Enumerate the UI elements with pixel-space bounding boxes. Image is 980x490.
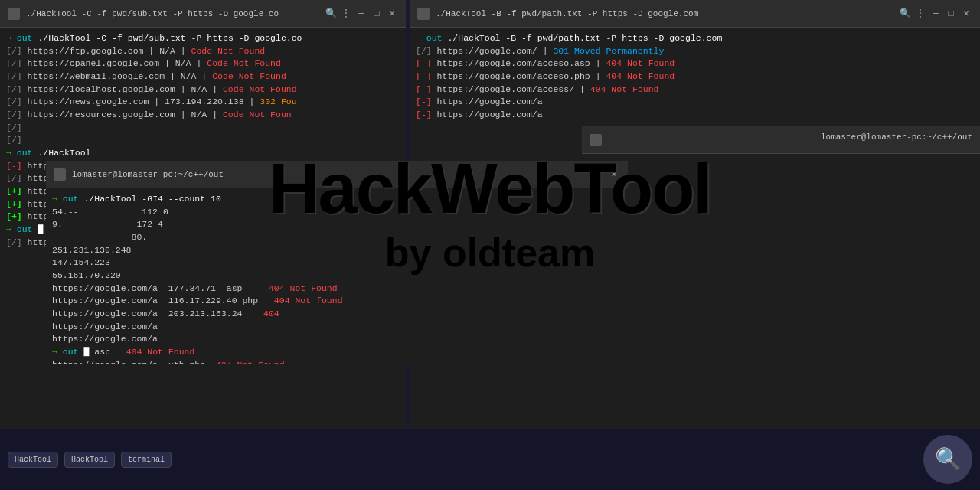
terminal-icon-1 <box>8 8 20 20</box>
line: https://google.com/a 116.17.229.40 php 4… <box>52 295 622 308</box>
menu-icon-2[interactable]: ⋮ <box>914 8 926 20</box>
terminal-window-4[interactable]: lomaster@lomaster-pc:~/c++/out <box>582 126 980 364</box>
terminal-body-3: → out ./HackTool -GI4 --count 10 54.-- 1… <box>46 188 628 364</box>
taskbar-item[interactable]: HackTool <box>8 452 58 468</box>
search-icon[interactable]: 🔍 <box>325 8 337 20</box>
line: [-] https://google.com/acceso.php | 404 … <box>416 70 974 83</box>
titlebar-1: ./HackTool -C -f pwd/sub.txt -P https -D… <box>0 0 406 28</box>
titlebar-controls-3[interactable]: ✕ <box>608 168 620 181</box>
line: [/] https://google.com/ | 301 Moved Perm… <box>416 45 974 58</box>
close-icon-2[interactable]: ✕ <box>960 8 972 20</box>
terminal-window-3[interactable]: lomaster@lomaster-pc:~/c++/out ✕ → out .… <box>46 161 628 364</box>
line: [/] https://localhost.google.com | N/A |… <box>6 83 400 96</box>
line: [/] <box>6 134 400 147</box>
taskbar-item-2[interactable]: HackTool <box>64 452 115 468</box>
search-icon-taskbar: 🔍 <box>935 446 962 472</box>
close-icon-3[interactable]: ✕ <box>608 168 620 181</box>
line: https://google.com/a 177.34.71 asp 404 N… <box>52 283 622 296</box>
minimize-icon-2[interactable]: ─ <box>929 8 942 20</box>
line: → out ./HackTool <box>6 147 400 160</box>
line: [/] https://cpanel.google.com | N/A | Co… <box>6 57 400 70</box>
taskbar-search-button[interactable]: 🔍 <box>923 435 972 484</box>
line: https://google.com/a <box>52 333 622 346</box>
line: 54.-- 112 0 <box>52 206 622 219</box>
line: → out ./HackTool -B -f pwd/path.txt -P h… <box>416 32 974 45</box>
line: → out █ asp 404 Not Found <box>52 346 622 359</box>
terminal-icon-2 <box>417 8 430 20</box>
line: [-] https://google.com/a <box>416 96 974 109</box>
titlebar-3: lomaster@lomaster-pc:~/c++/out ✕ <box>46 161 628 188</box>
titlebar-title-1: ./HackTool -C -f pwd/sub.txt -P https -D… <box>26 9 318 18</box>
titlebar-title-2: ./HackTool -B -f pwd/path.txt -P https -… <box>436 9 893 18</box>
titlebar-2: ./HackTool -B -f pwd/path.txt -P https -… <box>410 0 980 28</box>
line: [/] <box>6 122 400 135</box>
terminal-icon-3 <box>54 168 66 181</box>
line: [-] https://google.com/access/ | 404 Not… <box>416 83 974 96</box>
menu-icon[interactable]: ⋮ <box>340 8 352 20</box>
titlebar-controls-2[interactable]: 🔍 ⋮ ─ □ ✕ <box>899 8 972 20</box>
terminal-body-4 <box>582 154 980 364</box>
close-icon[interactable]: ✕ <box>386 8 398 20</box>
line: [/] https://resources.google.com | N/A |… <box>6 109 400 122</box>
line: 9. 172 4 <box>52 218 622 231</box>
line: https://google.com/a <box>52 321 622 334</box>
taskbar-item-3[interactable]: terminal <box>121 452 172 468</box>
line: 80. <box>52 231 622 244</box>
line: 147.154.223 <box>52 256 622 270</box>
maximize-icon[interactable]: □ <box>371 8 383 20</box>
titlebar-4: lomaster@lomaster-pc:~/c++/out <box>582 126 980 154</box>
titlebar-title-3: lomaster@lomaster-pc:~/c++/out <box>72 170 602 179</box>
line: → out ./HackTool -GI4 --count 10 <box>52 193 622 206</box>
line: [-] https://google.com/a <box>416 109 974 122</box>
maximize-icon-2[interactable]: □ <box>945 8 957 20</box>
terminal-icon-4 <box>590 134 602 146</box>
win4-user-label: lomaster@lomaster-pc:~/c++/out <box>821 132 972 142</box>
line: 251.231.130.248 <box>52 244 622 257</box>
line: [/] https://webmail.google.com | N/A | C… <box>6 70 400 83</box>
line: [-] https://google.com/acceso.asp | 404 … <box>416 57 974 70</box>
taskbar: HackTool HackTool terminal 🔍 <box>0 429 980 490</box>
titlebar-controls-1[interactable]: 🔍 ⋮ ─ □ ✕ <box>325 8 398 20</box>
minimize-icon[interactable]: ─ <box>355 8 368 20</box>
line: [/] https://news.google.com | 173.194.22… <box>6 96 400 109</box>
line: [/] https://ftp.google.com | N/A | Code … <box>6 45 400 58</box>
line: https://google.com/a 203.213.163.24 404 <box>52 308 622 321</box>
line: → out ./HackTool -C -f pwd/sub.txt -P ht… <box>6 32 400 45</box>
line: https://google.com/a uth.php 404 Not Fou… <box>52 359 622 364</box>
line: 55.161.70.220 <box>52 270 622 283</box>
search-icon-2[interactable]: 🔍 <box>899 8 911 20</box>
